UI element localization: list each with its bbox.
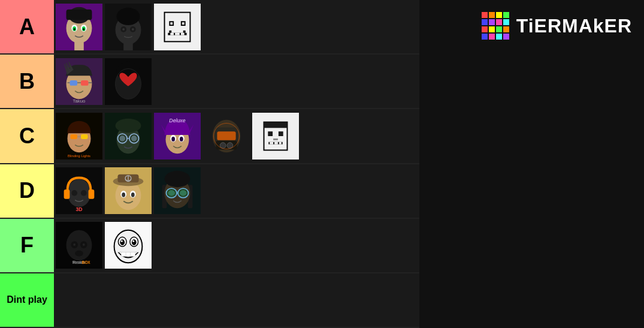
main-container: A — [0, 0, 644, 328]
svg-rect-10 — [74, 42, 84, 50]
tier-table: A — [0, 0, 419, 328]
svg-rect-87 — [89, 189, 95, 199]
svg-rect-77 — [268, 131, 273, 136]
logo-grid-cell — [489, 26, 495, 32]
svg-rect-132 — [121, 252, 126, 257]
logo-grid-cell — [503, 26, 509, 32]
tier-item-b1[interactable]: Takuo — [55, 58, 103, 106]
svg-point-53 — [116, 119, 141, 133]
svg-rect-133 — [126, 252, 131, 257]
logo-grid-cell — [489, 19, 495, 25]
svg-rect-25 — [182, 22, 185, 25]
svg-text:Blinding Lights: Blinding Lights — [68, 154, 90, 158]
svg-rect-82 — [274, 142, 278, 145]
svg-rect-27 — [169, 30, 171, 32]
tier-label-d: D — [0, 164, 54, 218]
svg-rect-20 — [165, 12, 191, 41]
svg-text:Deluxe: Deluxe — [169, 118, 185, 124]
svg-point-13 — [117, 7, 140, 25]
svg-rect-76 — [264, 122, 288, 128]
logo-grid-cell — [482, 34, 488, 40]
svg-rect-31 — [181, 32, 185, 35]
tier-item-a1[interactable] — [55, 3, 103, 51]
svg-point-130 — [121, 240, 123, 242]
logo-text: TiERMAkER — [516, 15, 632, 37]
svg-rect-30 — [175, 32, 180, 35]
tier-item-c3[interactable]: Deluxe — [153, 112, 201, 160]
svg-rect-81 — [270, 142, 273, 145]
tier-item-c5[interactable] — [252, 112, 300, 160]
tier-item-f2[interactable] — [104, 221, 152, 269]
svg-rect-79 — [273, 139, 278, 140]
tier-row-b: B — [0, 55, 419, 109]
tier-row-dint: Dint play — [0, 273, 419, 328]
tier-item-a3[interactable] — [153, 3, 201, 51]
logo-grid-cell — [482, 19, 488, 25]
svg-point-65 — [180, 137, 183, 142]
logo-grid-cell — [482, 26, 488, 32]
logo-grid-cell — [503, 34, 509, 40]
tier-label-c: C — [0, 109, 54, 163]
svg-point-110 — [168, 190, 175, 196]
tier-item-b2[interactable] — [104, 58, 152, 106]
svg-point-117 — [73, 243, 75, 246]
svg-rect-47 — [70, 134, 77, 139]
svg-point-128 — [120, 240, 125, 246]
svg-point-102 — [131, 192, 135, 197]
logo-grid-cell — [489, 34, 495, 40]
svg-text:Takuo: Takuo — [73, 98, 86, 104]
tier-items-dint — [54, 273, 419, 327]
svg-rect-69 — [217, 131, 235, 140]
tier-item-c1[interactable]: Blinding Lights — [55, 112, 103, 160]
logo-grid-cell — [496, 19, 502, 25]
tier-items-a — [54, 0, 419, 53]
tier-item-f1[interactable]: Reskin Reskin Reskin BOX — [55, 221, 103, 269]
right-panel: TiERMAkER — [419, 0, 644, 328]
logo-grid-cell — [496, 26, 502, 32]
svg-rect-29 — [170, 32, 174, 35]
svg-rect-48 — [81, 134, 88, 139]
svg-point-131 — [132, 240, 134, 242]
svg-point-64 — [171, 137, 175, 142]
logo-grid-cell — [482, 12, 488, 18]
tier-item-a2[interactable] — [104, 3, 152, 51]
svg-point-119 — [75, 251, 83, 257]
svg-text:3D: 3D — [75, 206, 82, 212]
tier-items-b: Takuo — [54, 55, 419, 108]
svg-rect-86 — [64, 189, 70, 199]
tier-items-c: Blinding Lights — [54, 109, 419, 163]
svg-text:BOX: BOX — [82, 260, 90, 264]
svg-rect-70 — [216, 141, 237, 150]
tiermaker-logo: TiERMAkER — [482, 12, 632, 40]
svg-point-129 — [132, 240, 137, 246]
svg-point-57 — [131, 136, 137, 142]
tier-label-a: A — [0, 0, 54, 53]
svg-rect-28 — [183, 30, 186, 32]
logo-grid-cell — [496, 12, 502, 18]
tier-label-b: B — [0, 55, 54, 108]
logo-grid-cell — [496, 34, 502, 40]
svg-rect-3 — [66, 9, 92, 20]
tier-items-d: 3D — [54, 164, 419, 218]
svg-point-111 — [180, 190, 187, 196]
svg-rect-78 — [279, 131, 283, 136]
tier-row-f: F Reskin R — [0, 219, 419, 273]
logo-grid-icon — [482, 12, 509, 40]
tier-item-d2[interactable] — [104, 167, 152, 215]
svg-rect-18 — [123, 42, 133, 50]
tier-item-c2[interactable] — [104, 112, 152, 160]
svg-rect-83 — [279, 142, 282, 145]
logo-grid-cell — [503, 12, 509, 18]
tier-items-f: Reskin Reskin Reskin BOX — [54, 219, 419, 272]
tier-item-c4[interactable] — [202, 112, 250, 160]
tier-item-d3[interactable] — [153, 167, 201, 215]
tier-item-d1[interactable]: 3D — [55, 167, 103, 215]
tier-row-d: D 3D — [0, 164, 419, 219]
svg-point-56 — [119, 136, 125, 142]
svg-rect-134 — [131, 252, 135, 257]
logo-grid-cell — [489, 12, 495, 18]
tier-row-c: C Blinding Lights — [0, 109, 419, 164]
tier-label-f: F — [0, 219, 54, 272]
svg-rect-24 — [170, 22, 173, 25]
svg-point-17 — [132, 28, 134, 31]
